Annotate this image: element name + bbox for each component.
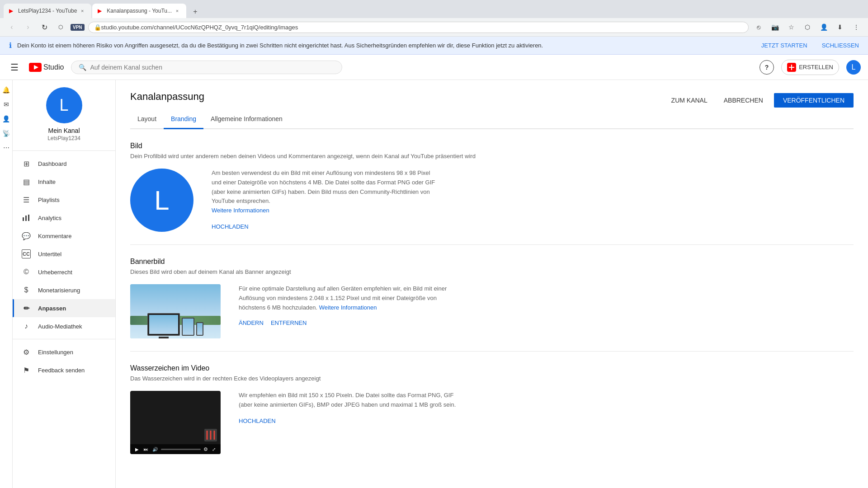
channel-avatar: L [46,87,82,123]
sidebar-live-icon[interactable]: 📡 [0,127,13,140]
wasserzeichen-upload-button[interactable]: HOCHLADEN [239,418,276,424]
fullscreen-icon[interactable]: ⤢ [211,446,217,452]
nav-item-kommentare[interactable]: 💬 Kommentare [13,227,115,245]
banner-close-button[interactable]: SCHLIESSEN [822,42,859,49]
sidebar-more-icon[interactable]: ⋯ [0,141,13,154]
nav-item-audio[interactable]: ♪ Audio-Mediathek [13,317,115,335]
yt-studio-logo[interactable]: Studio [29,63,64,72]
user-avatar[interactable]: L [846,60,861,75]
tab-bar: ▶ LetsPlay1234 - YouTube × ▶ Kanalanpass… [0,0,868,18]
banner-image-preview [130,284,221,338]
create-icon [787,63,796,72]
star-icon[interactable]: ☆ [785,21,797,33]
skip-icon[interactable]: ⏭ [143,446,149,452]
forward-button[interactable]: › [22,21,34,33]
bild-title: Bild [130,142,854,150]
address-text: studio.youtube.com/channel/UCocN6zQPHQZ_… [101,24,298,31]
bild-info-link[interactable]: Weitere Informationen [212,207,269,214]
desktop-device [147,313,180,336]
banner-devices [147,313,203,336]
inhalte-icon: ▤ [22,177,31,186]
nav-label-audio: Audio-Mediathek [38,323,82,330]
sidebar-message-icon[interactable]: ✉ [0,98,13,111]
nav-label-anpassen: Anpassen [38,305,66,312]
nav-label-analytics: Analytics [38,215,61,221]
banner-section: Bannerbild Dieses Bild wird oben auf dei… [130,245,854,352]
nav-label-inhalte: Inhalte [38,178,56,185]
nav-label-kommentare: Kommentare [38,233,71,239]
profile-image-preview: L [130,169,193,232]
banner-info-text: Für eine optimale Darstellung auf allen … [239,284,465,312]
cast-icon[interactable]: ⎋ [752,21,765,33]
nav-label-feedback: Feedback senden [38,367,85,374]
extensions-icon[interactable]: ⬡ [801,21,814,33]
tab-branding[interactable]: Branding [164,110,203,129]
banner-action-buttons: ÄNDERN ENTFERNEN [239,319,465,326]
bild-upload-button[interactable]: HOCHLADEN [212,223,249,230]
nav-item-feedback[interactable]: ⚑ Feedback senden [13,361,115,379]
help-button[interactable]: ? [760,60,774,75]
urheberrecht-icon: © [22,267,31,277]
banner-info-link[interactable]: Weitere Informationen [319,304,377,311]
banner-aendern-button[interactable]: ÄNDERN [239,319,264,326]
banner-entfernen-button[interactable]: ENTFERNEN [271,319,307,326]
nav-label-untertitel: Untertitel [38,251,61,258]
download-icon[interactable]: ⬇ [834,21,846,33]
search-bar[interactable]: 🔍 [71,61,342,74]
tab2-close[interactable]: × [174,7,181,14]
nav-label-monetarisierung: Monetarisierung [38,287,80,294]
search-input[interactable] [90,64,335,71]
back-button[interactable]: ‹ [5,21,18,33]
header-actions: ZUM KANAL ABBRECHEN VERÖFFENTLICHEN [666,93,854,108]
nav-item-urheberrecht[interactable]: © Urheberrecht [13,263,115,281]
phone-device [196,322,203,336]
hamburger-menu[interactable]: ☰ [7,62,22,73]
sidebar-notification-icon[interactable]: 🔔 [0,84,13,96]
channel-info: L Mein Kanal LetsPlay1234 [13,87,115,151]
nav-item-einstellungen[interactable]: ⚙ Einstellungen [13,343,115,361]
tab1-close[interactable]: × [79,7,86,14]
reload-button[interactable]: ↻ [38,21,51,33]
browser-tab-2[interactable]: ▶ Kanalanpassung - YouTu... × [92,4,186,18]
menu-dots[interactable]: ⋮ [850,21,863,33]
search-icon: 🔍 [79,64,86,71]
settings-icon[interactable]: ⚙ [203,446,208,452]
banner-title: Bannerbild [130,258,854,266]
profile-icon[interactable]: 👤 [817,21,830,33]
nav-item-analytics[interactable]: Analytics [13,209,115,227]
abbrechen-button[interactable]: ABBRECHEN [718,93,769,108]
jetzt-starten-button[interactable]: JETZT STARTEN [761,42,807,49]
bild-desc: Dein Profilbild wird unter anderem neben… [130,153,854,160]
bild-info: Am besten verwendest du ein Bild mit ein… [212,169,438,232]
screenshot-icon[interactable]: 📷 [769,21,781,33]
nav-item-playlists[interactable]: ☰ Playlists [13,191,115,209]
nav-item-dashboard[interactable]: ⊞ Dashboard [13,155,115,173]
extensions-button[interactable]: ⬡ [54,21,67,33]
play-icon[interactable]: ▶ [134,446,140,452]
watermark-video-preview: ▶ ⏭ 🔊 ⚙ ⤢ [130,391,221,454]
browser-nav-icons: ⎋ 📷 ☆ ⬡ 👤 ⬇ ⋮ [752,21,863,33]
yt-studio-header: ☰ Studio 🔍 ? ERSTELLEN [0,55,868,80]
tab-layout[interactable]: Layout [130,110,164,129]
browser-nav-bar: ‹ › ↻ ⬡ VPN 🔒 studio.youtube.com/channel… [0,18,868,37]
tab2-favicon: ▶ [98,8,104,14]
browser-tab-1[interactable]: ▶ LetsPlay1234 - YouTube × [4,4,91,18]
new-tab-button[interactable]: + [189,5,202,18]
header-right: ? ERSTELLEN L [760,60,861,75]
tab1-title: LetsPlay1234 - YouTube [18,8,77,14]
content-area: Kanalanpassung ZUM KANAL ABBRECHEN VERÖF… [116,80,868,488]
tab-allgemeine[interactable]: Allgemeine Informationen [203,110,290,129]
sound-icon[interactable]: 🔊 [152,446,158,452]
zum-kanal-button[interactable]: ZUM KANAL [666,93,713,108]
sidebar-community-icon[interactable]: 👤 [0,113,13,125]
nav-item-inhalte[interactable]: ▤ Inhalte [13,173,115,191]
monetarisierung-icon: $ [22,286,31,295]
create-button[interactable]: ERSTELLEN [781,60,839,75]
address-bar[interactable]: 🔒 studio.youtube.com/channel/UCocN6zQPHQ… [88,22,749,33]
nav-item-monetarisierung[interactable]: $ Monetarisierung [13,281,115,299]
nav-item-anpassen[interactable]: ✏ Anpassen [13,299,115,317]
veroeffentlichen-button[interactable]: VERÖFFENTLICHEN [774,93,854,108]
bild-info-text: Am besten verwendest du ein Bild mit ein… [212,169,438,216]
nav-item-untertitel[interactable]: CC Untertitel [13,245,115,263]
watermark-controls: ▶ ⏭ 🔊 ⚙ ⤢ [130,444,221,454]
